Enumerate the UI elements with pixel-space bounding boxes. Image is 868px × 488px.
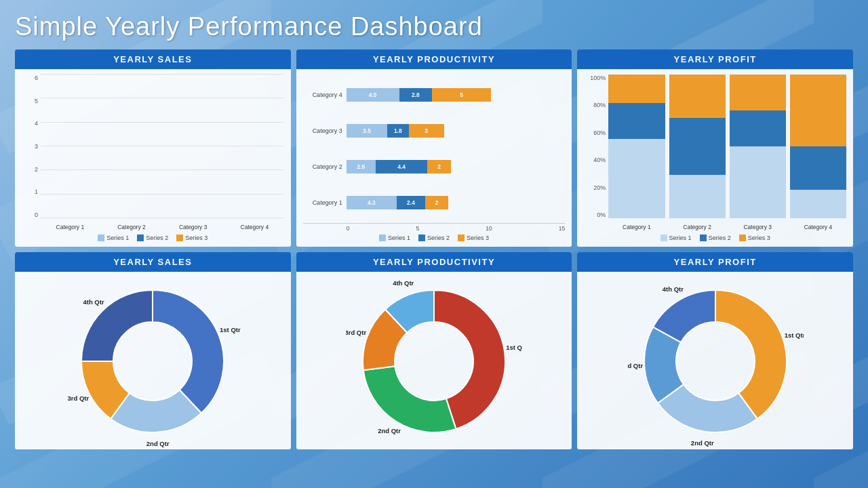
profit-bar-segment	[608, 103, 665, 139]
panel-yearly-productivity-hbar: YEARLY PRODUCTIVITY Category 44.52.85Cat…	[296, 49, 572, 247]
legend-productivity-hbar: Series 1Series 2Series 3	[303, 232, 566, 243]
profit-y-axis: 0%20%40%60%80%100%	[584, 75, 608, 218]
hbar-segments: 4.52.85	[347, 88, 491, 102]
profit-bar-segment	[608, 139, 665, 218]
donut-label: 4th Qtr	[662, 285, 683, 293]
profit-bar-segment	[790, 75, 846, 146]
legend-item: Series 3	[176, 235, 208, 241]
hbar-seg: 5	[432, 88, 491, 102]
donut-label: 3rd Qtr	[346, 329, 366, 336]
legend-item: Series 2	[700, 235, 731, 241]
hbar-row: Category 33.51.83	[303, 124, 566, 138]
legend-item: Series 1	[379, 235, 410, 241]
x-label: Category 1	[41, 224, 100, 230]
donut-productivity-container: 1st Qtr2nd Qtr3rd Qtr4th Qtr	[303, 277, 566, 445]
hbar-segments: 2.54.42	[347, 160, 451, 174]
hbar-category-label: Category 3	[303, 127, 342, 134]
panel-header-sales-bar: YEARLY SALES	[15, 49, 291, 69]
hbar-category-label: Category 1	[303, 199, 342, 206]
profit-bar-segment	[608, 75, 665, 103]
donut-label: 1st Qtr	[784, 331, 803, 339]
panel-header-productivity-hbar: YEARLY PRODUCTIVITY	[296, 49, 572, 69]
profit-bar-group	[730, 75, 786, 218]
hbar-row: Category 44.52.85	[303, 88, 566, 102]
profit-bar-group	[790, 75, 846, 218]
hbar-seg: 3	[409, 124, 444, 138]
legend-sales-bar: Series 1Series 2Series 3	[22, 232, 284, 243]
panel-yearly-profit-donut: YEARLY PROFIT 1st Qtr2nd Qtr3rd Qtr4th Q…	[577, 252, 853, 449]
hbar-seg: 4.4	[376, 160, 427, 174]
dashboard-title: Simple Yearly Performance Dashboard	[15, 12, 853, 41]
donut-label: 2nd Qtr	[691, 439, 714, 447]
panel-yearly-productivity-donut: YEARLY PRODUCTIVITY 1st Qtr2nd Qtr3rd Qt…	[296, 252, 572, 449]
profit-bar-segment	[730, 146, 786, 218]
hbar-seg: 2	[425, 196, 449, 209]
hbar-chart-area: Category 44.52.85Category 33.51.83Catego…	[303, 75, 566, 243]
donut-label: 2nd Qtr	[146, 440, 170, 447]
legend-item: Series 2	[418, 235, 450, 241]
donut-productivity-body: 1st Qtr2nd Qtr3rd Qtr4th Qtr	[296, 272, 572, 449]
bar-chart-body: 0123456 Category 1Category 2Category 3Ca…	[15, 69, 291, 247]
panel-yearly-profit-stacked: YEARLY PROFIT 0%20%40%60%80%100% Categor…	[577, 49, 853, 247]
donut-label: 3rd Qtr	[627, 362, 643, 369]
hbar-category-label: Category 4	[303, 92, 342, 98]
donut-label: 2nd Qtr	[378, 427, 401, 434]
hbar-row: Category 14.32.42	[303, 196, 566, 209]
x-label: Category 2	[669, 224, 726, 230]
profit-bar-segment	[730, 75, 786, 110]
hbar-category-label: Category 2	[303, 163, 342, 170]
profit-bar-segment	[669, 75, 726, 118]
profit-bar-group	[608, 75, 665, 218]
hbar-seg: 2.8	[399, 88, 433, 102]
profit-bar-segment	[730, 110, 786, 146]
profit-bar-segment	[790, 146, 846, 190]
x-label: Category 2	[102, 224, 161, 230]
panel-header-profit-stacked: YEARLY PROFIT	[577, 49, 853, 69]
bar-chart-area: 0123456 Category 1Category 2Category 3Ca…	[22, 75, 284, 243]
x-label: Category 1	[608, 224, 665, 230]
hbar-row: Category 22.54.42	[303, 160, 566, 174]
hbar-chart-body: Category 44.52.85Category 33.51.83Catego…	[296, 69, 572, 247]
hbar-seg: 1.8	[387, 124, 408, 138]
profit-chart-area: 0%20%40%60%80%100% Category 1Category 2C…	[584, 75, 846, 243]
x-label: Category 4	[225, 224, 284, 230]
donut-sales-container: 1st Qtr2nd Qtr3rd Qtr4th Qtr	[22, 277, 284, 445]
hbar-seg: 2.4	[397, 196, 425, 209]
donut-sales-body: 1st Qtr2nd Qtr3rd Qtr4th Qtr	[15, 272, 291, 449]
hbar-x-axis: 051015	[303, 223, 566, 232]
donut-svg: 1st Qtr2nd Qtr3rd Qtr4th Qtr	[346, 273, 522, 449]
x-label: Category 3	[730, 224, 786, 230]
hbar-seg: 4.5	[347, 88, 399, 102]
hbar-seg: 2.5	[347, 160, 376, 174]
hbar-segments: 3.51.83	[347, 124, 444, 138]
donut-svg: 1st Qtr2nd Qtr3rd Qtr4th Qtr	[64, 273, 241, 449]
donut-slice	[153, 290, 224, 413]
hbar-seg: 4.3	[347, 196, 397, 209]
legend-item: Series 3	[458, 235, 489, 241]
profit-bar-segment	[669, 118, 726, 176]
panel-header-sales-donut: YEARLY SALES	[15, 252, 291, 272]
profit-bar-group	[669, 75, 726, 218]
legend-item: Series 2	[137, 235, 168, 241]
hbar-segments: 4.32.42	[347, 196, 449, 209]
donut-label: 1st Qtr	[506, 344, 522, 351]
donut-profit-container: 1st Qtr2nd Qtr3rd Qtr4th Qtr	[584, 277, 846, 445]
panel-header-productivity-donut: YEARLY PRODUCTIVITY	[296, 252, 572, 272]
donut-label: 4th Qtr	[393, 279, 414, 287]
legend-item: Series 1	[98, 235, 129, 241]
x-label: Category 4	[790, 224, 846, 230]
profit-bar-segment	[790, 190, 846, 218]
panel-header-profit-donut: YEARLY PROFIT	[577, 252, 853, 272]
donut-svg: 1st Qtr2nd Qtr3rd Qtr4th Qtr	[627, 273, 804, 449]
y-axis-sales: 0123456	[22, 75, 41, 218]
hbar-seg: 3.5	[347, 124, 388, 138]
legend-profit-stacked: Series 1Series 2Series 3	[584, 232, 846, 243]
hbar-seg: 2	[427, 160, 451, 174]
legend-item: Series 1	[660, 235, 692, 241]
panel-yearly-sales-bar: YEARLY SALES 0123456 Category 1Category …	[15, 49, 291, 247]
hbar-rows: Category 44.52.85Category 33.51.83Catego…	[303, 75, 566, 223]
panel-yearly-sales-donut: YEARLY SALES 1st Qtr2nd Qtr3rd Qtr4th Qt…	[15, 252, 291, 449]
donut-label: 4th Qtr	[83, 298, 104, 306]
profit-chart-body: 0%20%40%60%80%100% Category 1Category 2C…	[577, 69, 853, 247]
x-label: Category 3	[163, 224, 222, 230]
